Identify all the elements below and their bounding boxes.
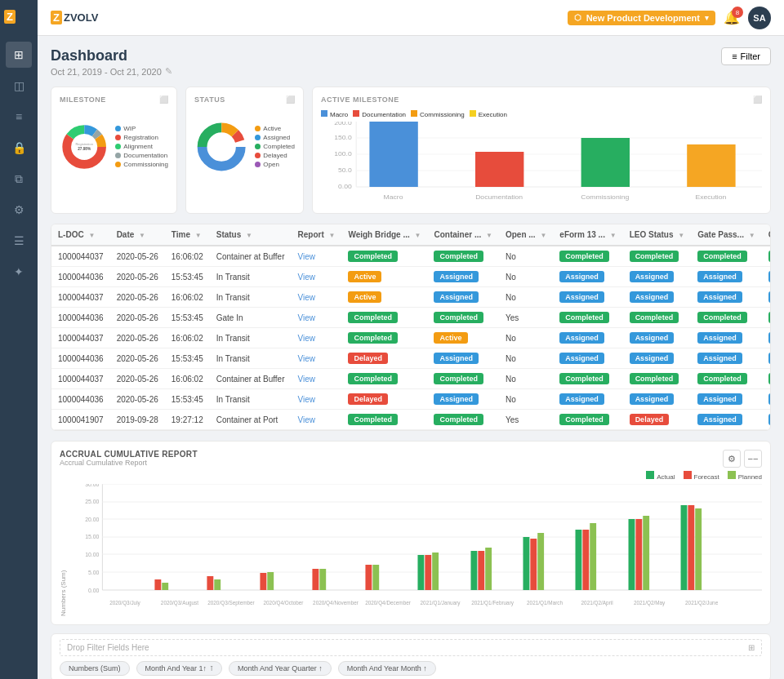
svg-rect-67 [590, 523, 596, 590]
accrual-chart-inner: 0.00 5.00 10.00 15.00 20.00 25.00 30.00 [70, 484, 762, 616]
svg-rect-65 [576, 530, 582, 590]
report-filter-icon[interactable]: ▼ [328, 232, 335, 239]
accrual-bar-chart: 0.00 5.00 10.00 15.00 20.00 25.00 30.00 [70, 484, 762, 615]
sidebar-item-copy[interactable]: ⧉ [6, 166, 32, 192]
svg-rect-61 [485, 548, 492, 590]
accrual-title: ACCRUAL CUMULATIVE REPORT [60, 450, 198, 459]
accrual-more-btn[interactable]: −− [744, 450, 762, 468]
view-link[interactable]: View [297, 375, 315, 384]
svg-rect-23 [369, 122, 417, 187]
time-filter-icon[interactable]: ▼ [195, 232, 202, 239]
pills-row: Numbers (Sum) Month And Year 1↑ ⊺ Month … [60, 661, 762, 676]
svg-rect-60 [478, 551, 484, 590]
svg-text:2020/Q4/December: 2020/Q4/December [365, 600, 412, 606]
view-link[interactable]: View [297, 313, 315, 322]
container-filter-icon[interactable]: ▼ [486, 232, 492, 239]
status-panel-menu[interactable]: ⬜ [286, 95, 296, 104]
pill-month-year-month[interactable]: Month And Year Month ↑ [338, 661, 436, 676]
accrual-chart-area: Numbers (Sum) [60, 484, 762, 616]
filter-drop-zone[interactable]: Drop Filter Fields Here ⊞ [60, 639, 762, 656]
logo-z-top: Z [51, 11, 62, 24]
status-panel: STATUS ⬜ Active Assigned [185, 87, 304, 214]
view-link[interactable]: View [297, 415, 315, 424]
svg-text:20.00: 20.00 [85, 517, 99, 522]
edit-icon[interactable]: ✎ [165, 66, 172, 77]
col-status: Status ▼ [210, 224, 292, 246]
view-link[interactable]: View [297, 354, 315, 363]
svg-text:200.0: 200.0 [334, 122, 352, 126]
status-panel-title: STATUS ⬜ [194, 95, 295, 104]
status-filter-icon[interactable]: ▼ [246, 232, 252, 239]
active-milestone-title: ACTIVE MILESTONE ⬜ [321, 95, 762, 104]
milestone-panel-title: MILESTONE ⬜ [60, 95, 168, 104]
accrual-legend: Actual Forecast Planned [60, 471, 762, 481]
svg-rect-73 [695, 508, 702, 590]
sidebar-item-lock[interactable]: 🔒 [6, 135, 32, 161]
weigh-filter-icon[interactable]: ▼ [415, 232, 421, 239]
active-ms-legend: Macro Documentation Commissioning Execut… [321, 110, 762, 118]
date-range: Oct 21, 2019 - Oct 21, 2020 ✎ [51, 66, 172, 77]
gate-pass-filter-icon[interactable]: ▼ [749, 232, 755, 239]
accrual-settings-btn[interactable]: ⚙ [723, 450, 741, 468]
svg-rect-55 [372, 565, 379, 590]
ldoc-filter-icon[interactable]: ▼ [88, 232, 95, 239]
sidebar-item-settings[interactable]: ⚙ [6, 197, 32, 223]
view-link[interactable]: View [297, 334, 315, 343]
leo-filter-icon[interactable]: ▼ [678, 232, 684, 239]
svg-text:Macro: Macro [384, 193, 403, 201]
accrual-subtitle: Accrual Cumulative Report [60, 459, 198, 467]
svg-rect-70 [643, 516, 649, 590]
filter-button[interactable]: ≡ Filter [721, 47, 771, 65]
notif-badge: 8 [732, 7, 743, 18]
project-badge[interactable]: ⬡ New Product Development ▾ [568, 11, 715, 25]
svg-text:Documentation: Documentation [475, 193, 523, 201]
view-link[interactable]: View [297, 273, 315, 282]
page-title: Dashboard [51, 47, 172, 64]
pill-month-year[interactable]: Month And Year 1↑ ⊺ [136, 661, 223, 676]
svg-rect-53 [319, 569, 326, 590]
svg-text:0.00: 0.00 [88, 588, 100, 593]
svg-text:27.98%: 27.98% [78, 147, 91, 151]
view-link[interactable]: View [297, 293, 315, 302]
sidebar-item-dashboard[interactable]: ⊞ [6, 42, 32, 68]
svg-text:Registration: Registration [75, 142, 92, 146]
avatar[interactable]: SA [748, 7, 771, 29]
sidebar-item-layers[interactable]: ≡ [6, 104, 32, 130]
status-donut-chart [194, 110, 248, 184]
svg-rect-47 [162, 583, 168, 590]
svg-rect-58 [432, 553, 439, 590]
accrual-title-section: ACCRUAL CUMULATIVE REPORT Accrual Cumula… [60, 450, 198, 467]
svg-rect-48 [207, 576, 213, 590]
sidebar-item-list[interactable]: ☰ [6, 228, 32, 254]
svg-rect-69 [635, 519, 642, 590]
date-filter-icon[interactable]: ▼ [139, 232, 145, 239]
svg-rect-25 [581, 138, 630, 187]
logo-text-top: ZVOLV [64, 11, 98, 24]
view-link[interactable]: View [297, 395, 315, 404]
notification-icon[interactable]: 🔔 8 [724, 10, 740, 25]
main-area: Z ZVOLV ⬡ New Product Development ▾ 🔔 8 … [38, 0, 784, 679]
milestone-panel-menu[interactable]: ⬜ [159, 95, 169, 104]
filter-grid-icon[interactable]: ⊞ [748, 643, 755, 652]
col-gate-pass: Gate Pass... ▼ [691, 224, 761, 246]
eform-filter-icon[interactable]: ▼ [610, 232, 617, 239]
topbar-logo: Z ZVOLV [51, 11, 98, 24]
active-ms-expand-icon[interactable]: ⬜ [753, 95, 763, 104]
accrual-actions: ⚙ −− [723, 450, 762, 468]
open-filter-icon[interactable]: ▼ [540, 232, 546, 239]
sidebar: Z ⊞ ◫ ≡ 🔒 ⧉ ⚙ ☰ ✦ [0, 0, 38, 679]
svg-text:25.00: 25.00 [85, 499, 99, 504]
panels-row: MILESTONE ⬜ Registration [51, 87, 771, 214]
milestone-panel: MILESTONE ⬜ Registration [51, 87, 177, 214]
pill-numbers-sum[interactable]: Numbers (Sum) [60, 661, 130, 676]
data-table-panel: L-DOC ▼ Date ▼ Time ▼ Status ▼ Report ▼ … [51, 224, 771, 431]
view-link[interactable]: View [297, 252, 315, 261]
svg-rect-54 [365, 565, 372, 590]
svg-rect-66 [582, 530, 589, 590]
sidebar-item-chart[interactable]: ◫ [6, 73, 32, 99]
topbar-left: Z ZVOLV [51, 11, 98, 24]
status-donut-container: Active Assigned Completed Delayed Open [194, 110, 295, 184]
pill-month-year-quarter[interactable]: Month And Year Quarter ↑ [229, 661, 332, 676]
sidebar-item-puzzle[interactable]: ✦ [6, 259, 32, 285]
svg-text:15.00: 15.00 [85, 534, 99, 539]
